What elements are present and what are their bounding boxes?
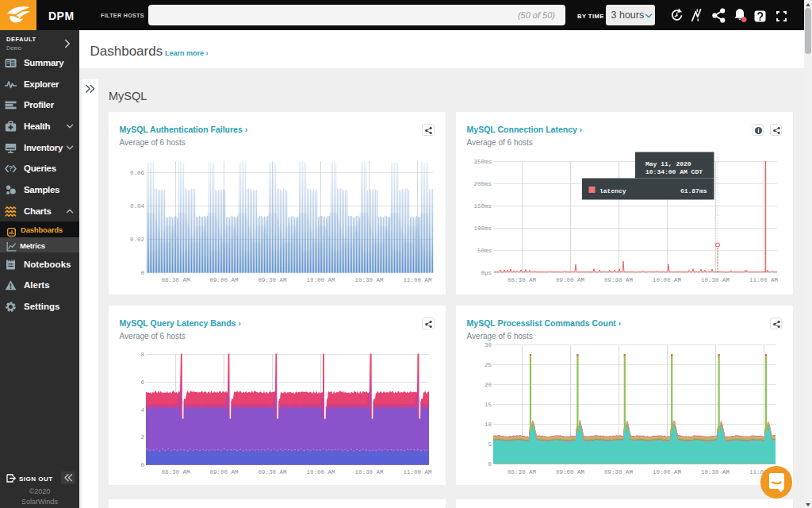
- svg-text:?: ?: [9, 164, 13, 172]
- svg-text:10:30 AM: 10:30 AM: [701, 277, 730, 283]
- svg-text:11:00 AM: 11:00 AM: [403, 277, 432, 283]
- svg-text:10:30 AM: 10:30 AM: [354, 277, 384, 283]
- svg-text:0: 0: [140, 270, 144, 276]
- svg-text:0.04: 0.04: [130, 203, 145, 210]
- svg-text:0µs: 0µs: [481, 270, 492, 276]
- svg-text:10:34:00 AM CDT: 10:34:00 AM CDT: [645, 168, 703, 175]
- svg-text:2: 2: [140, 434, 144, 441]
- svg-text:09:00 AM: 09:00 AM: [556, 277, 585, 283]
- svg-text:8: 8: [140, 352, 144, 358]
- svg-text:250ms: 250ms: [473, 159, 492, 165]
- svg-text:100ms: 100ms: [473, 225, 492, 232]
- svg-text:6: 6: [140, 379, 144, 386]
- svg-text:latency: latency: [599, 187, 626, 194]
- svg-text:150ms: 150ms: [473, 203, 492, 210]
- svg-text:10:00 AM: 10:00 AM: [306, 469, 335, 475]
- svg-text:10: 10: [485, 421, 492, 428]
- svg-text:10:30 AM: 10:30 AM: [701, 469, 730, 475]
- svg-text:09:30 AM: 09:30 AM: [258, 469, 287, 475]
- svg-text:09:30 AM: 09:30 AM: [604, 277, 634, 283]
- svg-text:20: 20: [485, 382, 492, 388]
- svg-text:09:00 AM: 09:00 AM: [209, 469, 239, 475]
- svg-text:08:30 AM: 08:30 AM: [161, 469, 190, 475]
- svg-text:11:00 AM: 11:00 AM: [749, 277, 779, 283]
- svg-text:0.02: 0.02: [130, 237, 144, 243]
- svg-text:50ms: 50ms: [477, 248, 492, 254]
- svg-text:0.06: 0.06: [130, 170, 145, 176]
- svg-text:May 11, 2020: May 11, 2020: [645, 160, 691, 167]
- svg-text:200ms: 200ms: [473, 181, 492, 187]
- svg-text:08:30 AM: 08:30 AM: [508, 469, 537, 475]
- svg-text:0: 0: [488, 461, 492, 468]
- svg-text:09:00 AM: 09:00 AM: [556, 469, 585, 475]
- svg-text:11:00 AM: 11:00 AM: [403, 469, 432, 475]
- svg-text:09:30 AM: 09:30 AM: [258, 277, 287, 283]
- svg-text:4: 4: [140, 407, 144, 414]
- svg-text:10:00 AM: 10:00 AM: [653, 469, 682, 475]
- svg-text:08:30 AM: 08:30 AM: [161, 277, 190, 283]
- svg-text:0: 0: [140, 462, 144, 468]
- svg-text:08:30 AM: 08:30 AM: [508, 277, 537, 283]
- svg-text:09:30 AM: 09:30 AM: [604, 469, 634, 475]
- svg-text:10:00 AM: 10:00 AM: [653, 277, 682, 283]
- svg-text:30: 30: [485, 342, 492, 348]
- svg-text:61.87ms: 61.87ms: [680, 187, 707, 194]
- svg-text:25: 25: [485, 362, 492, 368]
- svg-text:15: 15: [485, 402, 492, 408]
- svg-text:10:00 AM: 10:00 AM: [306, 277, 335, 283]
- svg-text:5: 5: [488, 441, 492, 448]
- svg-text:09:00 AM: 09:00 AM: [209, 277, 239, 283]
- svg-text:10:30 AM: 10:30 AM: [354, 469, 384, 475]
